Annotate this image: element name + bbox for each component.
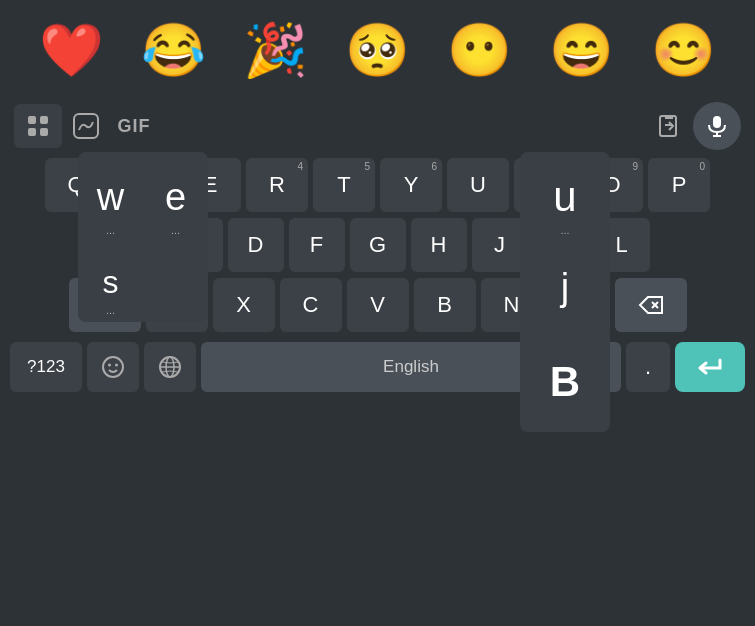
emoji-heart[interactable]: ❤️ <box>39 24 104 76</box>
emoji-laugh[interactable]: 😂 <box>141 24 206 76</box>
key-x[interactable]: X <box>213 278 275 332</box>
number-switch-button[interactable]: ?123 <box>10 342 82 392</box>
svg-rect-2 <box>28 128 36 136</box>
key-u[interactable]: U <box>447 158 509 212</box>
emoji-party[interactable]: 🎉 <box>243 24 308 76</box>
popup-b-cell[interactable]: B <box>520 332 610 432</box>
popup-s-cell[interactable]: s ... <box>78 242 143 322</box>
microphone-button[interactable] <box>693 102 741 150</box>
key-h[interactable]: H <box>411 218 467 272</box>
bottom-row: ?123 English . <box>6 338 749 396</box>
emoji-pleading[interactable]: 🥺 <box>345 24 410 76</box>
emoji-grid-button[interactable] <box>14 104 62 148</box>
key-c[interactable]: C <box>280 278 342 332</box>
emoji-laugh2[interactable]: 😄 <box>549 24 614 76</box>
keyboard: GIF Q1 W E R4 T5 Y6 U I O9 <box>0 100 755 626</box>
smiley-button[interactable] <box>87 342 139 392</box>
key-y[interactable]: Y6 <box>380 158 442 212</box>
gif-button[interactable]: GIF <box>110 104 158 148</box>
period-key[interactable]: . <box>626 342 670 392</box>
toolbar-row: GIF <box>6 100 749 152</box>
svg-rect-0 <box>28 116 36 124</box>
popup-ujb: u ... j B <box>520 152 610 432</box>
key-d[interactable]: D <box>228 218 284 272</box>
key-g[interactable]: G <box>350 218 406 272</box>
popup-we: w ... e ... s ... <box>78 152 208 322</box>
svg-rect-3 <box>40 128 48 136</box>
backspace-key[interactable] <box>615 278 687 332</box>
globe-button[interactable] <box>144 342 196 392</box>
svg-point-13 <box>108 364 111 367</box>
svg-rect-6 <box>713 116 721 128</box>
key-f[interactable]: F <box>289 218 345 272</box>
key-p[interactable]: P0 <box>648 158 710 212</box>
key-t[interactable]: T5 <box>313 158 375 212</box>
key-b[interactable]: B <box>414 278 476 332</box>
popup-u-cell[interactable]: u ... <box>520 152 610 242</box>
svg-rect-1 <box>40 116 48 124</box>
emoji-bar: ❤️ 😂 🎉 🥺 😶 😄 😊 <box>0 0 755 100</box>
popup-e-cell[interactable]: e ... <box>143 152 208 242</box>
popup-empty-cell <box>143 242 208 322</box>
popup-w-cell[interactable]: w ... <box>78 152 143 242</box>
emoji-neutral[interactable]: 😶 <box>447 24 512 76</box>
key-v[interactable]: V <box>347 278 409 332</box>
popup-j-cell[interactable]: j <box>520 242 610 332</box>
svg-point-14 <box>115 364 118 367</box>
svg-point-12 <box>103 357 123 377</box>
key-r[interactable]: R4 <box>246 158 308 212</box>
emoji-smile[interactable]: 😊 <box>651 24 716 76</box>
sticker-button[interactable] <box>62 104 110 148</box>
clipboard-button[interactable] <box>645 104 693 148</box>
enter-key[interactable] <box>675 342 745 392</box>
